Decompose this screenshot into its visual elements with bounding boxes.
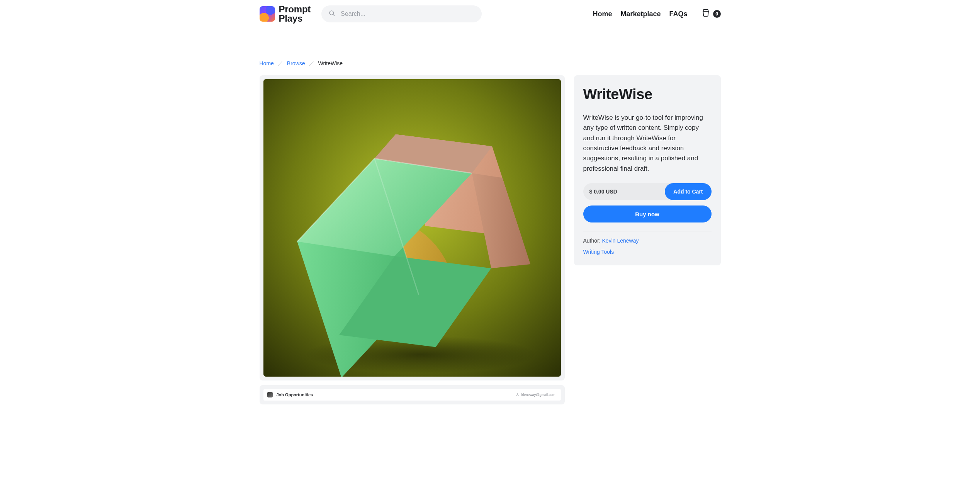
product-summary-card: WriteWise WriteWise is your go-to tool f…	[574, 75, 721, 265]
author-line: Author: Kevin Leneway	[583, 238, 712, 244]
svg-line-1	[333, 14, 334, 15]
brand-line1: Prompt	[279, 5, 311, 14]
breadcrumb-sep-icon: ／	[309, 60, 314, 67]
cart-button[interactable]: 0	[701, 9, 721, 19]
thumb-email: kleneway@gmail.com	[521, 393, 555, 397]
cart-count-badge: 0	[713, 10, 721, 18]
nav-marketplace[interactable]: Marketplace	[620, 10, 661, 18]
breadcrumb-browse[interactable]: Browse	[287, 60, 305, 66]
breadcrumb-sep-icon: ／	[278, 60, 283, 67]
topbar: Prompt Plays Home Marketplace FAQs	[0, 0, 980, 28]
thumb-logo-icon	[267, 392, 273, 397]
breadcrumb-home[interactable]: Home	[260, 60, 274, 66]
divider	[583, 231, 712, 231]
brand-logo-mark	[260, 6, 275, 22]
product-description: WriteWise is your go-to tool for improvi…	[583, 113, 712, 174]
category-line: Writing Tools	[583, 248, 712, 255]
user-icon	[516, 393, 519, 397]
product-title: WriteWise	[583, 86, 712, 103]
nav-home[interactable]: Home	[593, 10, 612, 18]
author-link[interactable]: Kevin Leneway	[602, 238, 639, 244]
media-column: Job Opportunities kleneway@gmail.com	[260, 75, 565, 404]
category-link[interactable]: Writing Tools	[583, 249, 614, 255]
search-input[interactable]	[340, 10, 475, 18]
add-to-cart-button[interactable]: Add to Cart	[665, 183, 711, 200]
search-field[interactable]	[321, 5, 482, 22]
brand-logo[interactable]: Prompt Plays	[260, 5, 311, 24]
cart-icon	[701, 9, 710, 19]
secondary-thumbnail: Job Opportunities kleneway@gmail.com	[263, 389, 561, 401]
product-price: $ 0.00 USD	[589, 189, 617, 195]
brand-logo-text: Prompt Plays	[279, 5, 311, 24]
price-row: $ 0.00 USD Add to Cart	[583, 183, 712, 200]
breadcrumb-current: WriteWise	[318, 60, 343, 66]
nav-faqs[interactable]: FAQs	[669, 10, 687, 18]
hero-image	[263, 79, 561, 377]
breadcrumb: Home ／ Browse ／ WriteWise	[260, 28, 721, 75]
thumb-title: Job Opportunities	[277, 392, 313, 397]
buy-now-button[interactable]: Buy now	[583, 205, 712, 222]
primary-nav: Home Marketplace FAQs 0	[593, 9, 720, 19]
svg-point-10	[517, 393, 518, 394]
author-prefix: Author:	[583, 238, 602, 244]
secondary-image-card: Job Opportunities kleneway@gmail.com	[260, 385, 565, 404]
brand-line2: Plays	[279, 14, 311, 23]
search-icon	[328, 10, 335, 18]
hero-image-card	[260, 75, 565, 380]
